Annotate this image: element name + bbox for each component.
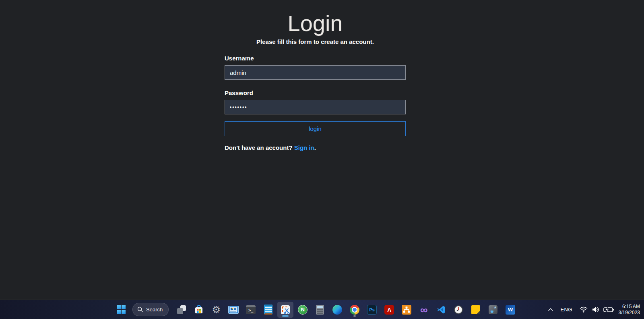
page-title: Login: [225, 10, 406, 37]
snipping-tool-button[interactable]: [277, 302, 293, 318]
volume-icon: [592, 307, 600, 313]
microsoft-store-icon: [194, 304, 204, 315]
search-box[interactable]: Search: [132, 303, 169, 316]
sign-in-link[interactable]: Sign in: [294, 144, 314, 151]
control-panel-button[interactable]: [225, 302, 242, 318]
vscode-icon: [437, 305, 446, 314]
vscode-button[interactable]: [433, 302, 449, 318]
terminal-icon: >_: [246, 305, 256, 314]
signup-prompt-period: .: [314, 144, 316, 151]
tray-date: 3/19/2023: [619, 310, 640, 316]
username-input[interactable]: [225, 65, 406, 80]
sticky-notes-button[interactable]: [468, 302, 484, 318]
photoshop-icon: Ps: [367, 305, 377, 315]
photoshop-button[interactable]: Ps: [364, 302, 380, 318]
tray-clock[interactable]: 6:15 AM 3/19/2023: [619, 304, 640, 316]
chrome-button[interactable]: [347, 302, 363, 318]
edge-button[interactable]: [329, 302, 345, 318]
language-indicator[interactable]: ENG: [561, 307, 572, 313]
tray-time: 6:15 AM: [619, 304, 640, 310]
tray-overflow-chevron[interactable]: [545, 303, 557, 317]
search-icon: [137, 307, 143, 313]
system-tray: ENG 6:15 AM 3/19/2023: [545, 300, 644, 319]
drawio-icon: [402, 305, 411, 315]
login-form: Login Please fill this form to create an…: [225, 0, 406, 151]
chevron-up-icon: [548, 308, 553, 311]
battery-charging-icon: [603, 307, 614, 313]
photos-button[interactable]: ★ ★: [485, 302, 501, 318]
photos-icon: ★ ★: [489, 305, 497, 314]
gear-icon: ⚙: [212, 305, 221, 315]
wifi-icon: [580, 307, 588, 313]
terminal-button[interactable]: >_: [243, 302, 259, 318]
volume-button[interactable]: [592, 307, 600, 313]
notepad-button[interactable]: [260, 302, 276, 318]
task-view-icon: [177, 305, 186, 314]
active-app-indicator: [282, 315, 289, 317]
notepad-plus-plus-icon: N: [298, 305, 308, 315]
password-input[interactable]: [225, 100, 406, 114]
drawio-button[interactable]: [398, 302, 415, 318]
visual-studio-button[interactable]: ∞: [416, 302, 432, 318]
visual-studio-icon: ∞: [420, 304, 428, 315]
acrobat-button[interactable]: Λ: [381, 302, 397, 318]
taskbar: Search ⚙: [0, 300, 644, 319]
clock-app-icon: [454, 305, 463, 315]
login-button[interactable]: login: [225, 121, 406, 136]
chrome-icon: [350, 305, 359, 315]
acrobat-icon: Λ: [384, 305, 394, 315]
edge-icon: [332, 305, 342, 315]
calculator-button[interactable]: [312, 302, 328, 318]
notepad-plus-plus-button[interactable]: N: [295, 302, 311, 318]
notepad-icon: [264, 304, 272, 315]
word-icon: W: [506, 305, 515, 315]
microsoft-store-button[interactable]: [191, 302, 207, 318]
windows-logo-icon: [117, 305, 126, 314]
battery-button[interactable]: [603, 307, 614, 313]
calculator-icon: [316, 305, 324, 315]
taskbar-center: Search ⚙: [113, 300, 520, 319]
form-subtitle: Please fill this form to create an accou…: [225, 38, 406, 45]
snipping-tool-icon: [281, 305, 290, 314]
task-view-button[interactable]: [173, 302, 190, 318]
password-label: Password: [225, 89, 406, 96]
wifi-button[interactable]: [580, 307, 588, 313]
settings-button[interactable]: ⚙: [208, 302, 224, 318]
start-button[interactable]: [113, 302, 129, 318]
signup-prompt-text: Don't have an account?: [225, 144, 293, 151]
signup-prompt: Don't have an account? Sign in.: [225, 144, 406, 151]
search-label: Search: [146, 307, 163, 313]
control-panel-icon: [228, 306, 239, 314]
running-app-indicator: [353, 315, 356, 317]
clock-app-button[interactable]: [450, 302, 466, 318]
word-button[interactable]: W: [502, 302, 518, 318]
username-label: Username: [225, 55, 406, 62]
sticky-notes-icon: [471, 305, 480, 314]
